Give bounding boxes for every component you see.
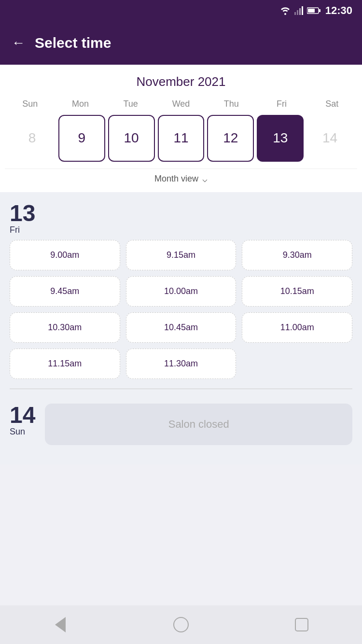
- date-row: 8 9 10 11 12 13 14: [5, 115, 357, 168]
- slot-1000am[interactable]: 10.00am: [126, 276, 237, 307]
- slot-930am[interactable]: 9.30am: [242, 240, 352, 270]
- svg-rect-5: [308, 9, 315, 13]
- month-year-label: November 2021: [5, 74, 357, 89]
- slot-915am[interactable]: 9.15am: [126, 240, 237, 270]
- svg-rect-6: [319, 9, 320, 12]
- recent-square-icon: [295, 618, 308, 631]
- day-13-name: Fri: [10, 225, 20, 235]
- page-title: Select time: [35, 35, 111, 51]
- day-headers: Sun Mon Tue Wed Thu Fri Sat: [5, 97, 357, 111]
- day-header-mon: Mon: [55, 97, 105, 111]
- slots-grid-13: 9.00am 9.15am 9.30am 9.45am 10.00am 10.1…: [10, 240, 352, 379]
- day-header-sun: Sun: [5, 97, 55, 111]
- slot-1115am[interactable]: 11.15am: [10, 349, 120, 379]
- slot-1045am[interactable]: 10.45am: [126, 312, 237, 343]
- svg-rect-2: [299, 8, 301, 15]
- day-14-label: 14 Sun: [10, 404, 35, 437]
- wifi-icon: [280, 6, 291, 15]
- day-14-name: Sun: [10, 427, 35, 437]
- day-header-wed: Wed: [156, 97, 206, 111]
- date-14[interactable]: 14: [306, 115, 353, 162]
- svg-rect-0: [294, 12, 296, 15]
- day-14-section: 14 Sun Salon closed: [0, 394, 362, 455]
- status-bar: 12:30: [0, 0, 362, 21]
- date-10[interactable]: 10: [108, 115, 155, 162]
- day-header-fri: Fri: [256, 97, 306, 111]
- svg-rect-1: [297, 10, 298, 15]
- svg-rect-3: [302, 6, 303, 15]
- salon-closed-label: Salon closed: [45, 404, 352, 445]
- day-header-thu: Thu: [206, 97, 256, 111]
- day-13-number: 13: [10, 202, 35, 225]
- day-14-number: 14: [10, 404, 35, 427]
- nav-back-button[interactable]: [46, 610, 75, 639]
- timeslots-container: 13 Fri 9.00am 9.15am 9.30am 9.45am 10.00…: [0, 192, 362, 464]
- slot-945am[interactable]: 9.45am: [10, 276, 120, 307]
- chevron-down-icon: ⌵: [202, 174, 208, 184]
- nav-home-button[interactable]: [167, 610, 195, 639]
- status-icons: [280, 6, 320, 15]
- slot-900am[interactable]: 9.00am: [10, 240, 120, 270]
- date-11[interactable]: 11: [158, 115, 205, 162]
- day-header-sat: Sat: [307, 97, 357, 111]
- nav-recent-button[interactable]: [287, 610, 316, 639]
- slot-1030am[interactable]: 10.30am: [10, 312, 120, 343]
- date-9[interactable]: 9: [58, 115, 105, 162]
- date-8[interactable]: 8: [9, 115, 56, 162]
- back-button[interactable]: ←: [12, 35, 25, 51]
- battery-icon: [307, 7, 320, 14]
- day-13-section: 13 Fri 9.00am 9.15am 9.30am 9.45am 10.00…: [0, 192, 362, 384]
- slot-1130am[interactable]: 11.30am: [126, 349, 237, 379]
- status-time: 12:30: [325, 4, 352, 17]
- day-13-label: 13 Fri: [10, 202, 352, 235]
- month-view-toggle[interactable]: Month view ⌵: [5, 168, 357, 192]
- day-header-tue: Tue: [106, 97, 156, 111]
- back-triangle-icon: [55, 617, 66, 632]
- calendar-section: November 2021 Sun Mon Tue Wed Thu Fri Sa…: [0, 65, 362, 192]
- app-header: ← Select time: [0, 21, 362, 65]
- month-view-label: Month view: [154, 174, 198, 184]
- date-13[interactable]: 13: [257, 115, 304, 162]
- date-12[interactable]: 12: [207, 115, 254, 162]
- home-circle-icon: [173, 617, 189, 632]
- slot-1015am[interactable]: 10.15am: [242, 276, 352, 307]
- slot-1100am[interactable]: 11.00am: [242, 312, 352, 343]
- bottom-navigation: [0, 605, 362, 644]
- section-divider: [10, 389, 352, 389]
- signal-icon: [294, 6, 303, 15]
